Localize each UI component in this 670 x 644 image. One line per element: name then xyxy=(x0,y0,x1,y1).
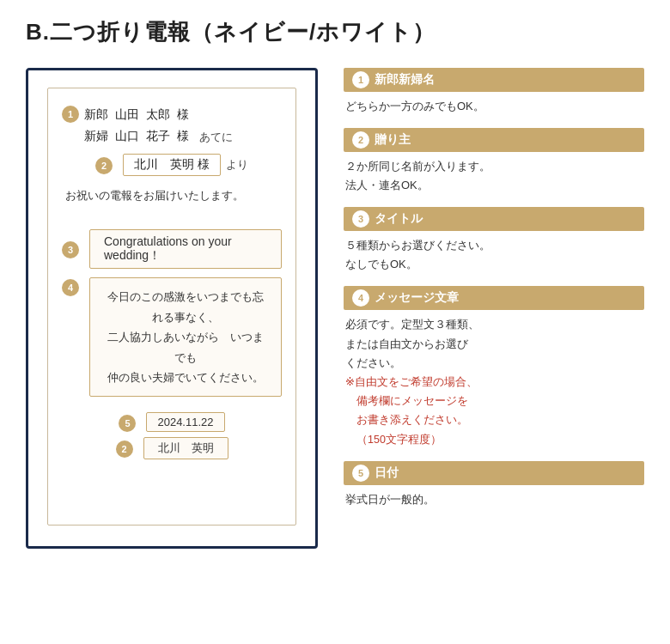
info-num-3: 3 xyxy=(352,210,369,228)
recipient2-name1: 山口 xyxy=(115,125,139,147)
recipient1-sama: 様 xyxy=(177,104,189,125)
sender2-badge: 2 xyxy=(116,440,133,458)
info-label-5: 日付 xyxy=(375,465,399,481)
title-box: Congratulations on your wedding！ xyxy=(89,229,282,269)
info-header-4: 4 メッセージ文章 xyxy=(344,286,644,310)
sender-name-section: 2 北川 英明 xyxy=(62,437,282,459)
page-title: B.二つ折り電報（ネイビー/ホワイト） xyxy=(26,17,644,47)
date-section: 5 2024.11.22 xyxy=(62,412,282,432)
info-body-1: どちらか一方のみでもOK。 xyxy=(344,97,644,116)
info-label-2: 贈り主 xyxy=(375,132,411,148)
sender-section: 2 北川 英明 様 より xyxy=(62,154,282,176)
telegram-card: 1 新郎 山田 太郎 様 新婦 山口 花子 様 あてに xyxy=(26,68,318,549)
recipient1-name1: 山田 xyxy=(115,104,139,125)
info-num-1: 1 xyxy=(352,71,369,88)
info-panel: 1 新郎新婦名 どちらか一方のみでもOK。 2 贈り主 ２か所同じ名前が入ります… xyxy=(344,68,644,521)
telegram-inner: 1 新郎 山田 太郎 様 新婦 山口 花子 様 あてに xyxy=(47,88,296,526)
info-body-3: ５種類からお選びください。なしでもOK。 xyxy=(344,236,644,274)
info-body-5: 挙式日が一般的。 xyxy=(344,490,644,509)
info-num-4: 4 xyxy=(352,289,369,307)
recipient-line-2: 新婦 山口 花子 様 あてに xyxy=(84,125,233,147)
title-badge: 3 xyxy=(62,241,79,258)
sender-name: 北川 英明 xyxy=(134,157,194,171)
recipient-section: 1 新郎 山田 太郎 様 新婦 山口 花子 様 あてに xyxy=(62,104,282,147)
info-label-1: 新郎新婦名 xyxy=(375,72,435,88)
recipient2-name2: 花子 xyxy=(146,125,170,147)
info-header-1: 1 新郎新婦名 xyxy=(344,68,644,92)
info-header-2: 2 贈り主 xyxy=(344,128,644,152)
recipient-names: 新郎 山田 太郎 様 新婦 山口 花子 様 あてに xyxy=(84,104,233,147)
info-body-2: ２か所同じ名前が入ります。法人・連名OK。 xyxy=(344,157,644,195)
info-item-2: 2 贈り主 ２か所同じ名前が入ります。法人・連名OK。 xyxy=(344,128,644,195)
recipient1-role: 新郎 xyxy=(84,104,108,125)
info-label-3: タイトル xyxy=(375,211,423,227)
recipient-badge: 1 xyxy=(62,106,79,123)
yori-text: より xyxy=(226,157,248,173)
sender-sama: 様 xyxy=(198,157,210,171)
info-item-4: 4 メッセージ文章 必須です。定型文３種類、または自由文からお選びください。 ※… xyxy=(344,286,644,448)
info-num-5: 5 xyxy=(352,465,369,482)
info-item-5: 5 日付 挙式日が一般的。 xyxy=(344,461,644,509)
info-header-5: 5 日付 xyxy=(344,461,644,485)
message-section: 今日のこの感激をいつまでも忘れる事なく、二人協力しあいながら いつまでも仲の良い… xyxy=(89,277,282,397)
title-badge-row: 3 Congratulations on your wedding！ xyxy=(62,229,282,269)
info-header-3: 3 タイトル xyxy=(344,207,644,231)
message-text: 今日のこの感激をいつまでも忘れる事なく、二人協力しあいながら いつまでも仲の良い… xyxy=(107,290,264,384)
info-num-2: 2 xyxy=(352,131,369,149)
message-badge: 4 xyxy=(62,279,79,296)
info-item-1: 1 新郎新婦名 どちらか一方のみでもOK。 xyxy=(344,68,644,116)
ateni-text: あてに xyxy=(199,127,233,147)
sender-box: 北川 英明 様 xyxy=(123,154,221,176)
sender-badge: 2 xyxy=(95,157,113,174)
info-body-4: 必須です。定型文３種類、または自由文からお選びください。 ※自由文をご希望の場合… xyxy=(344,315,644,448)
message-badge-row: 4 今日のこの感激をいつまでも忘れる事なく、二人協力しあいながら いつまでも仲の… xyxy=(62,277,282,407)
recipient-line-1: 新郎 山田 太郎 様 xyxy=(84,104,233,125)
info-body-4-red: ※自由文をご希望の場合、 備考欄にメッセージを お書き添えください。 （150文… xyxy=(345,376,478,446)
recipient1-name2: 太郎 xyxy=(146,104,170,125)
main-layout: 1 新郎 山田 太郎 様 新婦 山口 花子 様 あてに xyxy=(26,68,644,549)
date-badge: 5 xyxy=(119,415,136,432)
info-label-4: メッセージ文章 xyxy=(375,290,459,306)
recipient2-role: 新婦 xyxy=(84,125,108,147)
sender2-name-box: 北川 英明 xyxy=(143,437,228,459)
recipient2-sama: 様 xyxy=(177,125,189,147)
title-section: 3 Congratulations on your wedding！ xyxy=(62,229,282,269)
date-box: 2024.11.22 xyxy=(146,412,224,432)
greeting-text: お祝いの電報をお届けいたします。 xyxy=(62,188,282,204)
info-item-3: 3 タイトル ５種類からお選びください。なしでもOK。 xyxy=(344,207,644,274)
